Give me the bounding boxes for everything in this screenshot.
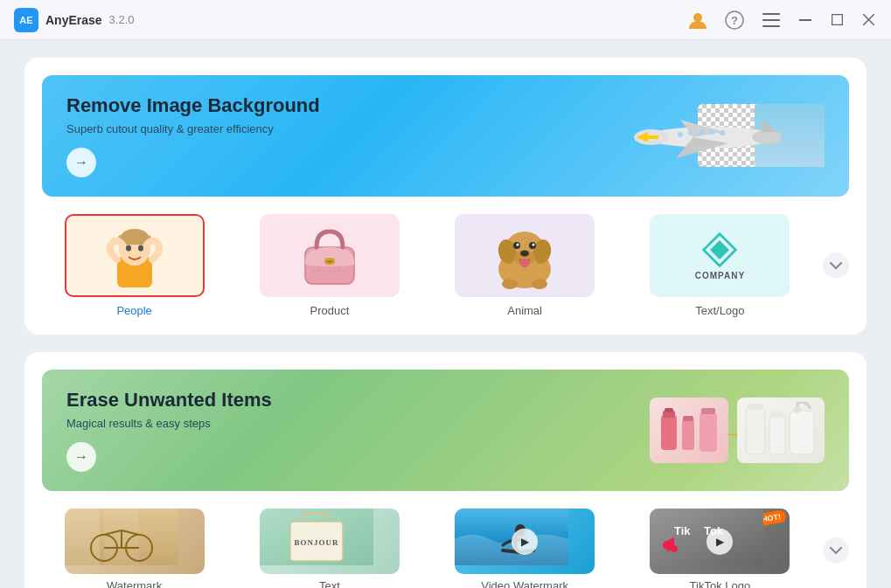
watermark-thumbnail: Watermark — [65, 508, 205, 574]
svg-point-20 — [126, 245, 131, 251]
menu-icon[interactable] — [760, 9, 783, 31]
svg-rect-47 — [746, 406, 765, 454]
category-list: People — [42, 214, 849, 317]
erase-items-chevron-button[interactable] — [823, 537, 849, 564]
svg-rect-40 — [661, 415, 677, 450]
category-animal[interactable]: Animal — [433, 214, 617, 317]
user-icon[interactable] — [686, 9, 709, 31]
tiktok-play-button[interactable]: ▶ — [707, 529, 733, 555]
textlogo-label: Text/Logo — [695, 304, 744, 317]
titlebar-right: ? — [686, 9, 877, 31]
svg-point-16 — [709, 129, 714, 135]
help-icon[interactable]: ? — [723, 9, 746, 31]
video-watermark-thumbnail: Watermark — [455, 508, 595, 574]
svg-rect-50 — [771, 412, 783, 418]
close-button[interactable] — [860, 11, 877, 29]
svg-rect-43 — [682, 419, 694, 450]
svg-rect-5 — [762, 25, 780, 27]
titlebar: AE AnyErase 3.2.0 ? — [0, 0, 891, 40]
svg-rect-42 — [665, 408, 673, 412]
svg-point-36 — [533, 243, 535, 246]
animal-label: Animal — [507, 304, 542, 317]
tiktok-logo-label: TikTok Logo — [690, 579, 751, 588]
svg-rect-3 — [762, 13, 780, 15]
svg-rect-7 — [832, 15, 842, 25]
svg-point-37 — [520, 259, 529, 267]
erase-text[interactable]: BONJOUR Text — [237, 508, 421, 588]
erase-items-card: Erase Unwanted Items Magical results & e… — [24, 352, 867, 588]
svg-point-72 — [671, 545, 678, 552]
company-logo: COMPANY — [695, 231, 745, 280]
banner-text: Remove Image Background Superb cutout qu… — [66, 94, 320, 177]
product-thumbnail — [260, 214, 400, 297]
people-label: People — [116, 304, 151, 317]
svg-point-15 — [699, 129, 704, 135]
banner-image — [632, 97, 825, 176]
main-content: Remove Image Background Superb cutout qu… — [0, 40, 891, 588]
erase-video-watermark[interactable]: Watermark — [433, 508, 617, 588]
erase-banner-title: Erase Unwanted Items — [66, 389, 272, 412]
remove-background-card: Remove Image Background Superb cutout qu… — [24, 58, 867, 335]
svg-point-35 — [517, 243, 519, 246]
category-product[interactable]: Product — [237, 214, 421, 317]
category-textlogo[interactable]: COMPANY Text/Logo — [628, 214, 812, 317]
svg-point-39 — [532, 279, 547, 289]
svg-rect-48 — [748, 404, 763, 410]
animal-thumbnail — [455, 214, 595, 297]
text-label: Text — [319, 579, 340, 588]
banner-subtitle: Superb cutout quality & greater efficien… — [66, 122, 320, 135]
svg-rect-51 — [790, 411, 814, 454]
people-thumbnail — [65, 214, 205, 297]
video-watermark-label: Video Watermark — [481, 579, 568, 588]
svg-rect-4 — [762, 19, 780, 21]
svg-point-0 — [693, 13, 702, 22]
app-logo: AE — [14, 8, 38, 32]
svg-rect-44 — [683, 416, 693, 421]
svg-point-21 — [138, 245, 143, 251]
product-label: Product — [310, 304, 349, 317]
erase-banner-text: Erase Unwanted Items Magical results & e… — [66, 389, 272, 472]
svg-point-17 — [720, 130, 725, 135]
erase-watermark[interactable]: Watermark — [42, 508, 226, 588]
svg-point-38 — [502, 279, 518, 289]
svg-rect-25 — [327, 260, 332, 263]
categories-chevron-button[interactable] — [823, 252, 849, 279]
svg-rect-45 — [700, 412, 717, 452]
erase-banner-arrow-button[interactable]: → — [66, 442, 96, 472]
svg-rect-49 — [769, 415, 785, 454]
svg-point-13 — [678, 132, 683, 137]
erase-items-list: Watermark — [42, 508, 849, 588]
minimize-button[interactable] — [797, 11, 814, 29]
svg-point-14 — [688, 130, 693, 135]
erase-banner-image: → — [650, 393, 825, 467]
svg-rect-52 — [794, 406, 801, 413]
erase-tiktok-logo[interactable]: HOT! Tik Tok — [628, 508, 812, 588]
svg-text:?: ? — [731, 14, 738, 27]
svg-text:BONJOUR: BONJOUR — [294, 538, 338, 547]
watermark-label: Watermark — [107, 579, 162, 588]
remove-background-banner: Remove Image Background Superb cutout qu… — [42, 75, 849, 197]
text-thumbnail: BONJOUR — [260, 508, 400, 574]
play-button[interactable]: ▶ — [512, 529, 538, 555]
svg-rect-6 — [799, 19, 811, 21]
svg-point-32 — [520, 250, 529, 256]
svg-rect-46 — [701, 408, 715, 414]
app-name: AnyErase — [45, 13, 102, 27]
erase-banner-subtitle: Magical results & easy steps — [66, 417, 272, 430]
titlebar-left: AE AnyErase 3.2.0 — [14, 8, 135, 32]
erase-items-banner: Erase Unwanted Items Magical results & e… — [42, 370, 849, 491]
banner-arrow-button[interactable]: → — [66, 148, 96, 177]
maximize-button[interactable] — [828, 11, 846, 29]
svg-text:Tik: Tik — [674, 524, 691, 537]
banner-title: Remove Image Background — [66, 94, 320, 117]
app-version: 3.2.0 — [109, 13, 135, 26]
category-people[interactable]: People — [42, 214, 226, 317]
tiktok-thumbnail: HOT! Tik Tok — [650, 508, 790, 574]
textlogo-thumbnail: COMPANY — [650, 214, 790, 297]
